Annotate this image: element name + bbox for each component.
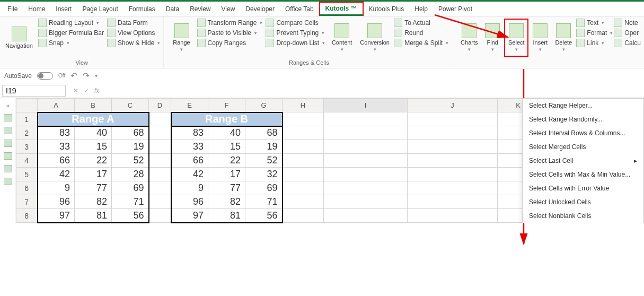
cell-i1[interactable] — [324, 112, 408, 126]
cell-h3[interactable] — [283, 140, 324, 154]
paste-to-visible-button[interactable]: Paste to Visible — [197, 29, 263, 37]
cell-i6[interactable] — [324, 181, 408, 195]
cell-b6[interactable]: 77 — [75, 181, 112, 195]
cell-g3[interactable]: 19 — [245, 140, 283, 154]
cell-g8[interactable]: 56 — [245, 209, 283, 223]
show-hide-button[interactable]: Show & Hide — [107, 39, 160, 47]
cell-d8[interactable] — [149, 209, 171, 223]
cell-c4[interactable]: 52 — [112, 154, 149, 168]
cell-g2[interactable]: 68 — [245, 126, 283, 140]
cell-a3[interactable]: 33 — [38, 140, 75, 154]
tab-page-layout[interactable]: Page Layout — [77, 3, 123, 15]
cell-h1[interactable] — [283, 112, 324, 126]
text-button[interactable]: Text — [576, 19, 613, 27]
to-actual-button[interactable]: To Actual — [394, 19, 448, 27]
cell-f8[interactable]: 81 — [208, 209, 245, 223]
cell-h8[interactable] — [283, 209, 324, 223]
tab-office-tab[interactable]: Office Tab — [280, 3, 319, 15]
cell-c8[interactable]: 56 — [112, 209, 149, 223]
side-icon-2[interactable] — [4, 127, 12, 134]
cell-e3[interactable]: 33 — [171, 140, 208, 154]
cell-h7[interactable] — [283, 195, 324, 209]
menu-item-6[interactable]: Select Cells with Error Value — [523, 181, 643, 195]
cell-d4[interactable] — [149, 154, 171, 168]
cell-b8[interactable]: 81 — [75, 209, 112, 223]
cell-h5[interactable] — [283, 168, 324, 181]
menu-item-0[interactable]: Select Range Helper... — [523, 99, 643, 112]
charts-button[interactable]: Charts▾ — [457, 19, 481, 57]
cell-j8[interactable] — [408, 209, 498, 223]
cell-b7[interactable]: 82 — [75, 195, 112, 209]
tab-formulas[interactable]: Formulas — [123, 3, 161, 15]
conversion-button[interactable]: Conversion ▾ — [359, 19, 391, 57]
row-header-6[interactable]: 6 — [16, 181, 38, 195]
tab-help[interactable]: Help — [409, 3, 433, 15]
col-header-j[interactable]: J — [408, 99, 498, 112]
range-b-header[interactable]: Range B — [171, 112, 283, 126]
enter-formula-icon[interactable]: ✓ — [84, 87, 89, 94]
autosave-toggle[interactable] — [37, 72, 53, 80]
cell-j3[interactable] — [408, 140, 498, 154]
range-a-header[interactable]: Range A — [38, 112, 149, 126]
tab-home[interactable]: Home — [23, 3, 50, 15]
cell-j7[interactable] — [408, 195, 498, 209]
tab-insert[interactable]: Insert — [50, 3, 77, 15]
menu-item-9[interactable]: Select Specific Cells... — [523, 223, 643, 223]
col-header-e[interactable]: E — [171, 99, 208, 112]
bigger-formula-bar-button[interactable]: Bigger Formula Bar — [38, 29, 104, 37]
col-header-f[interactable]: F — [208, 99, 245, 112]
cell-f7[interactable]: 82 — [208, 195, 245, 209]
row-header-7[interactable]: 7 — [16, 195, 38, 209]
cell-i7[interactable] — [324, 195, 408, 209]
expand-panel-icon[interactable]: » — [6, 102, 9, 109]
delete-button[interactable]: Delete▾ — [552, 19, 575, 57]
cell-a7[interactable]: 96 — [38, 195, 75, 209]
cell-c3[interactable]: 19 — [112, 140, 149, 154]
cell-e8[interactable]: 97 — [171, 209, 208, 223]
cell-i3[interactable] — [324, 140, 408, 154]
cell-b2[interactable]: 40 — [75, 126, 112, 140]
tab-view[interactable]: View — [216, 3, 241, 15]
name-box[interactable] — [2, 85, 66, 97]
tab-developer[interactable]: Developer — [240, 3, 280, 15]
cell-g5[interactable]: 32 — [245, 168, 283, 181]
qat-customize-icon[interactable]: ▾ — [95, 73, 98, 79]
calcu-button[interactable]: Calcu — [614, 39, 641, 47]
select-button[interactable]: Select▾ — [504, 19, 528, 57]
cell-d5[interactable] — [149, 168, 171, 181]
cell-h2[interactable] — [283, 126, 324, 140]
cell-e6[interactable]: 9 — [171, 181, 208, 195]
cell-i4[interactable] — [324, 154, 408, 168]
data-form-button[interactable]: Data Form — [107, 19, 160, 27]
menu-item-7[interactable]: Select Unlocked Cells — [523, 195, 643, 209]
row-header-1[interactable]: 1 — [16, 112, 38, 126]
prevent-typing-button[interactable]: Prevent Typing — [266, 29, 325, 37]
cell-d7[interactable] — [149, 195, 171, 209]
cell-j1[interactable] — [408, 112, 498, 126]
side-icon-4[interactable] — [4, 152, 12, 160]
find-button[interactable]: Find▾ — [482, 19, 503, 57]
cell-d2[interactable] — [149, 126, 171, 140]
note-button[interactable]: Note — [614, 19, 641, 27]
side-icon-3[interactable] — [4, 140, 12, 147]
fx-icon[interactable]: fx — [94, 87, 99, 94]
row-header-8[interactable]: 8 — [16, 209, 38, 223]
cell-g7[interactable]: 71 — [245, 195, 283, 209]
link-button[interactable]: Link — [576, 39, 613, 47]
row-header-3[interactable]: 3 — [16, 140, 38, 154]
cell-b5[interactable]: 17 — [75, 168, 112, 181]
tab-kutools[interactable]: Kutools ™ — [319, 2, 364, 16]
transform-range-button[interactable]: Transform Range — [197, 19, 263, 27]
cell-i8[interactable] — [324, 209, 408, 223]
tab-kutools-plus[interactable]: Kutools Plus — [364, 3, 410, 15]
cell-f5[interactable]: 17 — [208, 168, 245, 181]
cell-b3[interactable]: 15 — [75, 140, 112, 154]
formula-bar[interactable] — [104, 86, 644, 95]
cancel-formula-icon[interactable]: ✕ — [73, 87, 78, 94]
cell-a8[interactable]: 97 — [38, 209, 75, 223]
tab-file[interactable]: File — [2, 3, 23, 15]
cell-c7[interactable]: 71 — [112, 195, 149, 209]
copy-ranges-button[interactable]: Copy Ranges — [197, 39, 263, 47]
col-header-g[interactable]: G — [245, 99, 283, 112]
cell-h6[interactable] — [283, 181, 324, 195]
